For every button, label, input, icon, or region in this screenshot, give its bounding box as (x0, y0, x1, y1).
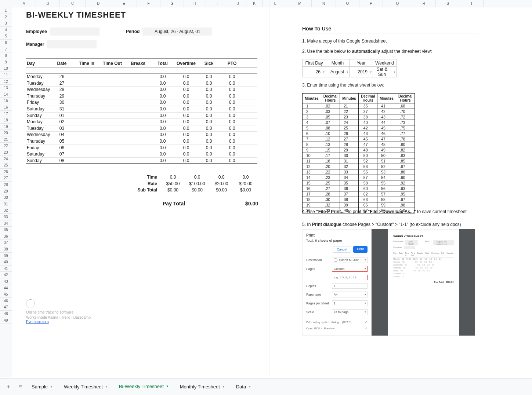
table-row[interactable]: Sunday010.00.00.00.0 (26, 113, 257, 119)
table-row[interactable]: Thursday290.00.00.00.0 (26, 93, 257, 100)
col-header-B[interactable]: B (36, 0, 60, 7)
row-header-15[interactable]: 15 (0, 98, 12, 104)
row-header-43[interactable]: 43 (0, 278, 12, 285)
table-row[interactable]: Thursday050.00.00.00.0 (26, 138, 257, 145)
table-row[interactable]: Tuesday030.00.00.00.0 (26, 125, 257, 132)
spreadsheet-cells[interactable]: BI-WEEKLY TIMESHEET Employee Manager Per… (12, 7, 532, 377)
row-header-42[interactable]: 42 (0, 272, 12, 278)
row-header-40[interactable]: 40 (0, 259, 12, 266)
col-header-D[interactable]: D (86, 0, 111, 7)
column-headers[interactable]: ABCDEFGHIJKLMNOPQRST (0, 0, 532, 7)
table-row[interactable]: Wednesday280.00.00.00.0 (26, 87, 257, 93)
col-header-K[interactable]: K (246, 0, 263, 7)
row-header-19[interactable]: 19 (0, 124, 12, 130)
period-value[interactable]: August, 26 - August, 01 (142, 28, 212, 36)
table-row[interactable]: Sunday080.00.00.00.0 (26, 158, 257, 164)
row-header-14[interactable]: 14 (0, 91, 12, 98)
col-header-E[interactable]: E (111, 0, 137, 7)
timesheet-table[interactable]: DayDateTime InTime OutBreaksTotalOvertim… (26, 58, 257, 164)
col-header-A[interactable]: A (12, 0, 36, 7)
employee-input[interactable] (50, 28, 99, 36)
row-header-35[interactable]: 35 (0, 227, 12, 233)
add-sheet-icon[interactable]: + (3, 384, 14, 390)
row-header-31[interactable]: 31 (0, 201, 12, 208)
auto-settings-table[interactable]: First DayMonthYearWeekend 26August2019Sa… (302, 59, 397, 77)
col-header-M[interactable]: M (288, 0, 312, 7)
row-header-44[interactable]: 44 (0, 285, 12, 292)
row-header-16[interactable]: 16 (0, 104, 12, 111)
row-header-1[interactable]: 1 (0, 7, 12, 14)
sheet-tab-data[interactable]: Data▼ (231, 381, 256, 392)
table-row[interactable]: Monday260.00.00.00.0 (26, 74, 257, 80)
row-header-24[interactable]: 24 (0, 156, 12, 162)
row-header-46[interactable]: 46 (0, 298, 12, 304)
row-header-38[interactable]: 38 (0, 246, 12, 253)
col-header-P[interactable]: P (359, 0, 383, 7)
auto-dropdown[interactable]: August (326, 67, 350, 77)
table-row[interactable]: Saturday070.00.00.00.0 (26, 151, 257, 158)
row-header-30[interactable]: 30 (0, 194, 12, 201)
table-row[interactable]: Wednesday040.00.00.00.0 (26, 132, 257, 138)
row-header-45[interactable]: 45 (0, 291, 12, 298)
row-header-9[interactable]: 9 (0, 59, 12, 66)
row-header-13[interactable]: 13 (0, 85, 12, 91)
row-header-33[interactable]: 33 (0, 214, 12, 220)
row-header-11[interactable]: 11 (0, 72, 12, 78)
row-header-7[interactable]: 7 (0, 46, 12, 53)
row-header-29[interactable]: 29 (0, 188, 12, 195)
row-header-47[interactable]: 47 (0, 304, 12, 311)
col-header-O[interactable]: O (336, 0, 359, 7)
table-row[interactable]: Friday300.00.00.00.0 (26, 99, 257, 106)
row-headers[interactable]: 1234567891011121314151617181920212223242… (0, 7, 12, 377)
col-header-Q[interactable]: Q (383, 0, 412, 7)
row-header-2[interactable]: 2 (0, 14, 12, 21)
sheet-tab-monthly-timesheet[interactable]: Monthly Timesheet▼ (175, 381, 230, 392)
row-header-23[interactable]: 23 (0, 149, 12, 156)
row-header-22[interactable]: 22 (0, 143, 12, 149)
sheet-tab-weekly-timesheet[interactable]: Weekly Timesheet▼ (59, 381, 113, 392)
row-header-34[interactable]: 34 (0, 220, 12, 227)
row-header-21[interactable]: 21 (0, 136, 12, 143)
row-header-32[interactable]: 32 (0, 207, 12, 214)
row-header-41[interactable]: 41 (0, 266, 12, 272)
row-header-25[interactable]: 25 (0, 162, 12, 169)
col-header-L[interactable]: L (263, 0, 288, 7)
row-header-20[interactable]: 20 (0, 130, 12, 136)
col-header-T[interactable]: T (460, 0, 484, 7)
table-row[interactable]: Saturday310.00.00.00.0 (26, 106, 257, 113)
row-header-8[interactable]: 8 (0, 52, 12, 59)
col-header-F[interactable]: F (137, 0, 160, 7)
row-header-48[interactable]: 48 (0, 311, 12, 317)
col-header-R[interactable]: R (412, 0, 436, 7)
row-header-37[interactable]: 37 (0, 239, 12, 246)
everhour-link[interactable]: Everhour.com (26, 320, 49, 324)
auto-dropdown[interactable]: 26 (303, 67, 326, 77)
row-header-27[interactable]: 27 (0, 175, 12, 182)
row-header-49[interactable]: 49 (0, 317, 12, 324)
row-header-6[interactable]: 6 (0, 40, 12, 46)
sheet-tab-sample[interactable]: Sample▼ (26, 381, 58, 392)
row-header-12[interactable]: 12 (0, 78, 12, 85)
auto-dropdown[interactable]: 2019 (350, 67, 373, 77)
row-header-36[interactable]: 36 (0, 233, 12, 240)
table-row[interactable]: Friday060.00.00.00.0 (26, 145, 257, 151)
col-header-N[interactable]: N (312, 0, 336, 7)
sheet-tabs[interactable]: + ≡ Sample▼Weekly Timesheet▼Bi-Weekly Ti… (0, 378, 532, 395)
col-header-C[interactable]: C (60, 0, 86, 7)
col-header-G[interactable]: G (160, 0, 184, 7)
col-header-H[interactable]: H (184, 0, 206, 7)
all-sheets-icon[interactable]: ≡ (15, 384, 26, 390)
col-header-S[interactable]: S (436, 0, 460, 7)
table-row[interactable]: Tuesday270.00.00.00.0 (26, 80, 257, 87)
sheet-tab-bi-weekly-timesheet[interactable]: Bi-Weekly Timesheet▼ (114, 381, 174, 393)
row-header-10[interactable]: 10 (0, 65, 12, 72)
row-header-28[interactable]: 28 (0, 182, 12, 188)
row-header-17[interactable]: 17 (0, 111, 12, 117)
col-header-I[interactable]: I (206, 0, 230, 7)
table-row[interactable]: Monday020.00.00.00.0 (26, 119, 257, 125)
row-header-39[interactable]: 39 (0, 253, 12, 259)
col-header-J[interactable]: J (230, 0, 246, 7)
auto-dropdown[interactable]: Sat & Sun (373, 67, 397, 77)
totals-block[interactable]: Time0.00.00.00.0Rate$50.00$100.00$20.00$… (120, 174, 258, 194)
manager-input[interactable] (47, 40, 97, 48)
